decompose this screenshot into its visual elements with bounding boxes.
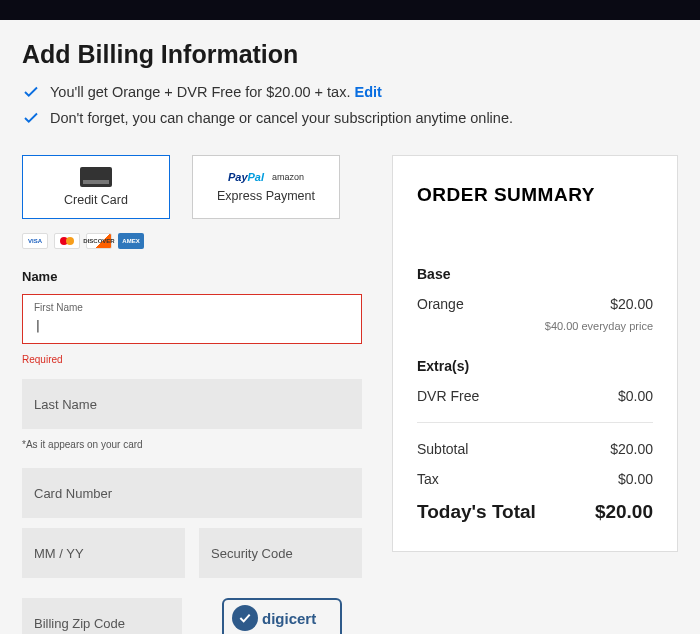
- subtotal-label: Subtotal: [417, 441, 468, 457]
- base-item-name: Orange: [417, 296, 464, 312]
- subtotal-value: $20.00: [610, 441, 653, 457]
- edit-link[interactable]: Edit: [355, 84, 382, 100]
- amazon-icon: amazon: [272, 172, 304, 182]
- shield-check-icon: [232, 605, 258, 631]
- base-item-price: $20.00: [610, 296, 653, 312]
- discover-icon: DISCOVER: [86, 233, 112, 249]
- expiry-input[interactable]: [22, 528, 185, 578]
- extras-item-name: DVR Free: [417, 388, 479, 404]
- check-icon: [22, 83, 40, 101]
- name-label: Name: [22, 269, 362, 284]
- visa-icon: VISA: [22, 233, 48, 249]
- billing-zip-input[interactable]: [22, 598, 182, 634]
- paypal-icon: PayPal: [228, 171, 264, 183]
- last-name-input[interactable]: [22, 379, 362, 429]
- appears-on-card-note: *As it appears on your card: [22, 439, 362, 450]
- page-title: Add Billing Information: [22, 40, 678, 69]
- extras-section-label: Extra(s): [417, 358, 653, 374]
- check-icon: [22, 109, 40, 127]
- card-brand-icons: VISA DISCOVER AMEX: [22, 233, 362, 249]
- summary-title: ORDER SUMMARY: [417, 184, 653, 206]
- order-summary: ORDER SUMMARY Base Orange $20.00 $40.00 …: [392, 155, 678, 552]
- total-value: $20.00: [595, 501, 653, 523]
- tab-express-payment[interactable]: PayPal amazon Express Payment: [192, 155, 340, 219]
- info-line-2: Don't forget, you can change or cancel y…: [22, 109, 678, 127]
- first-name-error: Required: [22, 354, 362, 365]
- security-code-input[interactable]: [199, 528, 362, 578]
- credit-card-icon: [80, 167, 112, 187]
- extras-item-price: $0.00: [618, 388, 653, 404]
- tab-credit-card[interactable]: Credit Card: [22, 155, 170, 219]
- card-number-input[interactable]: [22, 468, 362, 518]
- base-section-label: Base: [417, 266, 653, 282]
- tax-label: Tax: [417, 471, 439, 487]
- everyday-price-note: $40.00 everyday price: [417, 320, 653, 332]
- top-bar: [0, 0, 700, 20]
- total-label: Today's Total: [417, 501, 536, 523]
- first-name-input[interactable]: [22, 294, 362, 344]
- mastercard-icon: [54, 233, 80, 249]
- amex-icon: AMEX: [118, 233, 144, 249]
- info-line-1: You'll get Orange + DVR Free for $20.00 …: [22, 83, 678, 101]
- divider: [417, 422, 653, 423]
- digicert-badge: digicert: [222, 598, 342, 634]
- tax-value: $0.00: [618, 471, 653, 487]
